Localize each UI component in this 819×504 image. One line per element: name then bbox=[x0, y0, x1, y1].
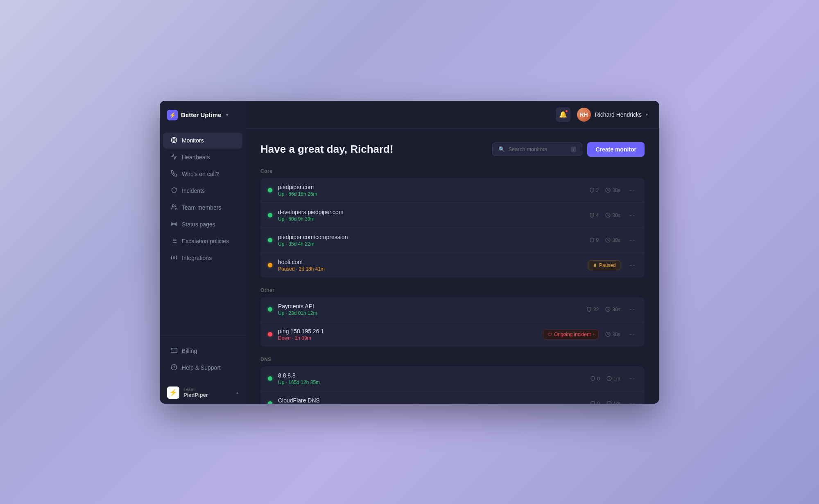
monitor-row-cloudflare-dns[interactable]: CloudFlare DNSUp · 3d 18h 32m01m··· bbox=[260, 391, 645, 404]
monitor-row-8888[interactable]: 8.8.8.8Up · 165d 12h 35m01m··· bbox=[260, 366, 645, 391]
shield-icon bbox=[589, 212, 595, 218]
sidebar-item-status-pages[interactable]: Status pages bbox=[163, 217, 242, 233]
more-menu-ping-158[interactable]: ··· bbox=[627, 330, 637, 339]
monitor-row-developers-piedpiper[interactable]: developers.piedpiper.comUp · 60d 9h 39m4… bbox=[260, 203, 645, 228]
monitor-name-piedpiper: piedpiper.com bbox=[278, 184, 589, 190]
billing-icon bbox=[170, 347, 178, 355]
sidebar-item-billing[interactable]: Billing bbox=[163, 343, 242, 359]
monitor-info-8888: 8.8.8.8Up · 165d 12h 35m bbox=[278, 372, 590, 385]
shield-count-piedpiper-compression: 9 bbox=[589, 237, 599, 243]
sidebar-item-incidents[interactable]: Incidents bbox=[163, 183, 242, 199]
incidents-icon bbox=[170, 187, 178, 195]
team-name: PiedPiper bbox=[183, 392, 232, 398]
user-chevron-icon: ▾ bbox=[646, 112, 648, 117]
shield-icon bbox=[590, 401, 595, 404]
clock-icon bbox=[606, 376, 612, 381]
sidebar-label-status-pages: Status pages bbox=[182, 221, 215, 228]
paused-icon: ⏸ bbox=[593, 263, 597, 268]
search-box[interactable]: 🔍 / bbox=[492, 142, 582, 156]
shield-icon bbox=[586, 307, 592, 312]
monitor-row-ping-158[interactable]: ping 158.195.26.1Down · 1h 09m🛡Ongoing i… bbox=[260, 322, 645, 347]
sidebar-item-help-support[interactable]: Help & Support bbox=[163, 360, 242, 376]
group-label-other: Other bbox=[260, 287, 645, 293]
team-section[interactable]: ⚡ Team PiedPiper ▴ bbox=[160, 382, 246, 404]
clock-icon bbox=[605, 332, 611, 337]
shield-icon bbox=[590, 376, 595, 381]
monitor-actions-payments-api: 2230s··· bbox=[586, 305, 637, 314]
more-icon-payments-api: ··· bbox=[629, 306, 635, 313]
more-menu-cloudflare-dns[interactable]: ··· bbox=[627, 399, 637, 404]
monitor-group-dns: DNS8.8.8.8Up · 165d 12h 35m01m···CloudFl… bbox=[260, 357, 645, 404]
monitor-actions-developers-piedpiper: 430s··· bbox=[589, 211, 637, 220]
sidebar-bottom: Billing Help & Support bbox=[160, 337, 246, 382]
sidebar-label-incidents: Incidents bbox=[182, 188, 205, 194]
more-icon-hooli: ··· bbox=[629, 262, 635, 269]
more-menu-hooli[interactable]: ··· bbox=[627, 261, 637, 270]
shield-count-piedpiper: 2 bbox=[589, 188, 599, 193]
monitor-row-piedpiper[interactable]: piedpiper.comUp · 66d 18h 26m230s··· bbox=[260, 178, 645, 203]
user-area[interactable]: RH Richard Hendricks ▾ bbox=[577, 108, 648, 122]
monitor-name-developers-piedpiper: developers.piedpiper.com bbox=[278, 209, 589, 215]
top-bar: 🔔 RH Richard Hendricks ▾ bbox=[246, 101, 659, 129]
sidebar-logo[interactable]: ⚡ Better Uptime ▾ bbox=[160, 101, 246, 129]
sidebar-item-whos-on-call[interactable]: Who's on call? bbox=[163, 166, 242, 182]
sidebar-item-escalation-policies[interactable]: Escalation policies bbox=[163, 233, 242, 249]
sidebar: ⚡ Better Uptime ▾ Monitors Heartbeats Wh… bbox=[160, 101, 246, 404]
page-title: Have a great day, Richard! bbox=[260, 143, 394, 156]
svg-point-10 bbox=[173, 257, 175, 258]
more-icon-8888: ··· bbox=[629, 375, 635, 382]
more-menu-8888[interactable]: ··· bbox=[627, 374, 637, 383]
shield-count-payments-api: 22 bbox=[586, 307, 599, 312]
monitor-status-payments-api: Up · 23d 01h 12m bbox=[278, 310, 586, 316]
app-name: Better Uptime bbox=[181, 111, 221, 118]
monitor-actions-piedpiper: 230s··· bbox=[589, 186, 637, 195]
sidebar-item-integrations[interactable]: Integrations bbox=[163, 250, 242, 266]
notification-button[interactable]: 🔔 bbox=[556, 107, 570, 122]
sidebar-label-monitors: Monitors bbox=[182, 137, 204, 144]
monitor-row-payments-api[interactable]: Payments APIUp · 23d 01h 12m2230s··· bbox=[260, 297, 645, 322]
interval-value-ping-158: 30s bbox=[612, 332, 620, 337]
monitor-row-hooli[interactable]: hooli.comPaused · 2d 18h 41m⏸Paused··· bbox=[260, 253, 645, 278]
more-icon-ping-158: ··· bbox=[629, 331, 635, 338]
paused-badge-hooli: ⏸Paused bbox=[588, 260, 620, 270]
avatar: RH bbox=[577, 108, 591, 122]
status-pages-icon bbox=[170, 221, 178, 228]
sidebar-item-heartbeats[interactable]: Heartbeats bbox=[163, 149, 242, 165]
sidebar-label-escalation-policies: Escalation policies bbox=[182, 238, 229, 244]
interval-value-developers-piedpiper: 30s bbox=[612, 212, 620, 218]
sidebar-item-team-members[interactable]: Team members bbox=[163, 200, 242, 216]
shield-count-developers-piedpiper: 4 bbox=[589, 212, 599, 218]
monitor-row-piedpiper-compression[interactable]: piedpiper.com/compressionUp · 35d 4h 22m… bbox=[260, 228, 645, 253]
incident-badge-ping-158[interactable]: 🛡Ongoing incident› bbox=[543, 330, 599, 339]
team-chevron-icon: ▴ bbox=[236, 390, 238, 395]
header-actions: 🔍 / Create monitor bbox=[492, 142, 645, 157]
sidebar-label-heartbeats: Heartbeats bbox=[182, 154, 210, 160]
monitor-name-ping-158: ping 158.195.26.1 bbox=[278, 328, 543, 334]
search-shortcut: / bbox=[571, 147, 576, 152]
more-menu-piedpiper-compression[interactable]: ··· bbox=[627, 236, 637, 245]
more-menu-payments-api[interactable]: ··· bbox=[627, 305, 637, 314]
logo-icon: ⚡ bbox=[167, 110, 178, 120]
clock-icon bbox=[605, 188, 611, 193]
shield-number-8888: 0 bbox=[597, 376, 600, 382]
shield-count-cloudflare-dns: 0 bbox=[590, 401, 600, 404]
monitor-list-other: Payments APIUp · 23d 01h 12m2230s···ping… bbox=[260, 297, 645, 347]
monitor-name-payments-api: Payments API bbox=[278, 303, 586, 310]
status-dot-piedpiper-compression bbox=[268, 238, 272, 242]
monitor-info-cloudflare-dns: CloudFlare DNSUp · 3d 18h 32m bbox=[278, 397, 590, 404]
interval-value-piedpiper-compression: 30s bbox=[612, 237, 620, 243]
monitor-groups: Corepiedpiper.comUp · 66d 18h 26m230s···… bbox=[260, 168, 645, 404]
status-dot-8888 bbox=[268, 376, 272, 381]
more-menu-developers-piedpiper[interactable]: ··· bbox=[627, 211, 637, 220]
more-menu-piedpiper[interactable]: ··· bbox=[627, 186, 637, 195]
group-label-dns: DNS bbox=[260, 357, 645, 362]
sidebar-item-monitors[interactable]: Monitors bbox=[163, 133, 242, 149]
search-input[interactable] bbox=[508, 146, 568, 152]
create-monitor-button[interactable]: Create monitor bbox=[587, 142, 645, 157]
clock-icon bbox=[605, 307, 611, 312]
incident-text: Ongoing incident bbox=[554, 332, 591, 337]
interval-ping-158: 30s bbox=[605, 332, 620, 337]
paused-text: Paused bbox=[599, 262, 616, 268]
more-icon-piedpiper: ··· bbox=[629, 187, 635, 194]
monitor-group-core: Corepiedpiper.comUp · 66d 18h 26m230s···… bbox=[260, 168, 645, 278]
